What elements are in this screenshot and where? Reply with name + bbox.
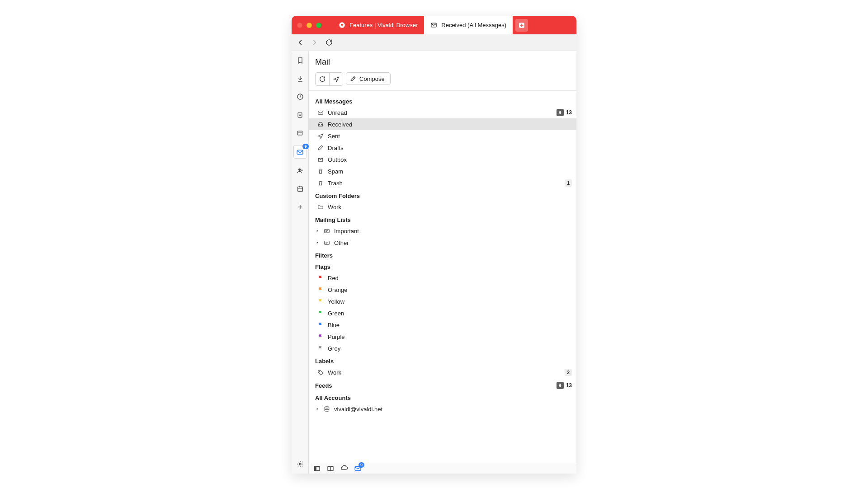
flag-green[interactable]: Green: [309, 307, 576, 319]
bookmarks-panel-button[interactable]: [294, 55, 306, 66]
flag-label: Grey: [328, 345, 572, 352]
custom-folder-work[interactable]: Work: [309, 201, 576, 213]
flag-icon: [317, 333, 324, 340]
compose-button[interactable]: Compose: [346, 72, 391, 85]
reload-button[interactable]: [324, 38, 334, 47]
flag-icon: [317, 310, 324, 317]
section-feeds[interactable]: Feeds 9 13: [309, 378, 576, 391]
send-receive-button[interactable]: [329, 73, 343, 85]
svg-rect-10: [318, 111, 323, 115]
sent-icon: [317, 132, 324, 140]
settings-panel-button[interactable]: [294, 458, 306, 470]
flag-blue[interactable]: Blue: [309, 319, 576, 331]
compose-icon: [350, 75, 356, 82]
svg-point-7: [298, 169, 301, 171]
panel-title: Mail: [315, 57, 570, 67]
feeds-unread-badge: 9: [557, 382, 564, 389]
vivaldi-logo-icon: [339, 22, 345, 28]
tab-mail-received[interactable]: Received (All Messages): [424, 16, 513, 34]
flag-orange[interactable]: Orange: [309, 284, 576, 296]
folder-label: Work: [328, 204, 572, 211]
section-labels-title: Labels: [309, 354, 576, 366]
downloads-panel-button[interactable]: [294, 73, 306, 84]
tab-vivaldi-features[interactable]: Features | Vivaldi Browser: [332, 16, 424, 34]
expand-caret-icon[interactable]: [315, 407, 320, 411]
mail-sync-group: [315, 72, 343, 86]
account-vivaldi[interactable]: vivaldi@vivaldi.net: [309, 403, 576, 415]
section-filters-title: Filters: [309, 249, 576, 261]
tag-icon: [317, 369, 324, 376]
mailing-list-other[interactable]: Other: [309, 237, 576, 249]
label-work[interactable]: Work 2: [309, 366, 576, 378]
tiling-button[interactable]: [326, 464, 335, 473]
new-tab-button[interactable]: [515, 19, 528, 32]
folder-label: Trash: [328, 180, 561, 187]
window-zoom-button[interactable]: [316, 23, 321, 28]
window-minimize-button[interactable]: [307, 23, 312, 28]
nav-toolbar: [292, 34, 576, 51]
notes-panel-button[interactable]: [294, 109, 306, 121]
folder-label: Unread: [328, 109, 553, 116]
flag-label: Green: [328, 310, 572, 317]
total-count: 13: [566, 109, 572, 116]
mail-panel-button[interactable]: 9: [293, 145, 307, 159]
list-icon: [323, 239, 330, 246]
mailing-list-important[interactable]: Important: [309, 225, 576, 237]
flag-grey[interactable]: Grey: [309, 343, 576, 354]
svg-rect-5: [298, 131, 302, 135]
server-icon: [323, 405, 330, 413]
folder-spam[interactable]: Spam: [309, 165, 576, 177]
add-panel-button[interactable]: [294, 201, 306, 213]
outbox-icon: [317, 156, 324, 163]
calendar-panel-button[interactable]: [294, 183, 306, 195]
svg-rect-12: [325, 241, 330, 245]
contacts-panel-button[interactable]: [294, 165, 306, 177]
list-icon: [323, 227, 330, 235]
folder-outbox[interactable]: Outbox: [309, 154, 576, 165]
section-mailing-lists-title: Mailing Lists: [309, 213, 576, 225]
sync-status-button[interactable]: [340, 464, 349, 473]
window-controls: [297, 23, 321, 28]
forward-button[interactable]: [310, 38, 320, 47]
body-area: 9 Mail: [292, 51, 576, 474]
unread-count-badge: 9: [557, 109, 564, 116]
label-count-badge: 2: [565, 369, 572, 376]
window-close-button[interactable]: [297, 23, 302, 28]
back-button[interactable]: [295, 38, 305, 47]
section-custom-folders-title: Custom Folders: [309, 189, 576, 201]
trash-icon: [317, 179, 324, 187]
unread-icon: [317, 109, 324, 116]
toggle-panel-button[interactable]: [312, 464, 321, 473]
folder-received[interactable]: Received: [309, 118, 576, 130]
window-panel-button[interactable]: [294, 127, 306, 139]
folder-unread[interactable]: Unread 9 13: [309, 107, 576, 118]
panel-strip: 9: [292, 51, 309, 474]
flag-label: Orange: [328, 286, 572, 293]
flag-red[interactable]: Red: [309, 272, 576, 284]
mail-status-button[interactable]: 9: [353, 464, 362, 473]
section-accounts-title: All Accounts: [309, 391, 576, 403]
folder-label: Outbox: [328, 156, 572, 163]
history-panel-button[interactable]: [294, 91, 306, 103]
tab-label: Received (All Messages): [441, 22, 506, 28]
folder-label: Sent: [328, 133, 572, 140]
svg-rect-6: [297, 150, 303, 154]
list-label: Other: [334, 239, 572, 246]
compose-label: Compose: [359, 75, 385, 82]
flag-purple[interactable]: Purple: [309, 331, 576, 343]
expand-caret-icon[interactable]: [315, 229, 320, 233]
svg-point-9: [299, 463, 301, 465]
mail-panel: Mail Compose: [309, 51, 576, 474]
expand-caret-icon[interactable]: [315, 241, 320, 244]
svg-point-14: [325, 407, 329, 408]
flag-yellow[interactable]: Yellow: [309, 296, 576, 307]
flag-icon: [317, 321, 324, 328]
folder-icon: [317, 203, 324, 211]
browser-window: Features | Vivaldi Browser Received (All…: [292, 16, 576, 474]
flag-label: Red: [328, 275, 572, 282]
refresh-mail-button[interactable]: [316, 73, 329, 85]
folder-drafts[interactable]: Drafts: [309, 142, 576, 154]
folder-trash[interactable]: Trash 1: [309, 177, 576, 189]
folder-sent[interactable]: Sent: [309, 130, 576, 142]
mail-status-badge: 9: [359, 462, 364, 468]
